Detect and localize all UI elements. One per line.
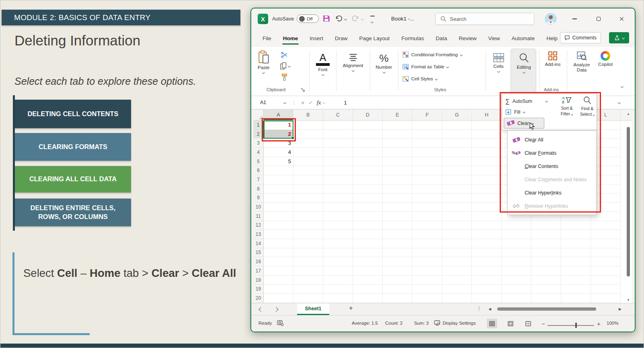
cell-E12[interactable] — [383, 221, 412, 230]
cell-B6[interactable] — [293, 166, 323, 175]
cell-C15[interactable] — [323, 248, 353, 258]
close-button[interactable] — [617, 14, 627, 24]
horizontal-scroll-thumb[interactable] — [497, 307, 596, 311]
cell-K17[interactable] — [561, 266, 591, 276]
status-count[interactable]: Count: 2 — [385, 321, 402, 325]
cell-H17[interactable] — [472, 266, 502, 276]
cell-D13[interactable] — [353, 230, 383, 239]
ribbon-tab-home[interactable]: Home — [282, 34, 299, 43]
name-box[interactable]: A1 — [257, 97, 289, 108]
cell-E4[interactable] — [383, 148, 412, 157]
cell-C19[interactable] — [323, 285, 353, 294]
accessibility-icon[interactable] — [277, 320, 283, 327]
format-painter-button[interactable] — [281, 74, 288, 81]
cell-E3[interactable] — [383, 139, 412, 148]
cell-L12[interactable] — [591, 221, 621, 230]
cell-E5[interactable] — [383, 157, 412, 166]
display-settings-label[interactable]: Display Settings — [443, 321, 476, 325]
maximize-button[interactable] — [594, 14, 603, 24]
row-header-17[interactable]: 17 — [253, 266, 264, 276]
cell-A18[interactable] — [264, 276, 293, 285]
cell-E17[interactable] — [383, 266, 412, 276]
cell-B14[interactable] — [293, 239, 323, 248]
zoom-in-icon[interactable]: + — [597, 320, 601, 327]
ribbon-tab-data[interactable]: Data — [435, 34, 448, 43]
status-average[interactable]: Average: 1.5 — [352, 321, 378, 325]
cell-L19[interactable] — [591, 285, 621, 294]
search-input[interactable]: Search — [435, 13, 534, 25]
cell-A8[interactable] — [264, 184, 293, 194]
ribbon-tab-help[interactable]: Help — [546, 34, 558, 43]
cell-G18[interactable] — [442, 276, 472, 285]
ribbon-tab-draw[interactable]: Draw — [334, 34, 349, 43]
cell-F2[interactable] — [412, 130, 442, 139]
row-header-4[interactable]: 4 — [253, 148, 264, 157]
cell-K14[interactable] — [561, 239, 591, 248]
next-sheet-icon[interactable] — [274, 307, 278, 311]
cell-J17[interactable] — [531, 266, 561, 276]
scroll-down-icon[interactable]: ▼ — [627, 298, 630, 302]
cell-G9[interactable] — [442, 194, 472, 203]
cell-E16[interactable] — [383, 257, 412, 266]
cell-F11[interactable] — [412, 212, 442, 221]
cell-G5[interactable] — [442, 157, 472, 166]
cell-G1[interactable] — [442, 121, 472, 130]
copy-button[interactable] — [280, 62, 290, 70]
cell-G12[interactable] — [442, 221, 472, 230]
nav-tab-3[interactable]: CLEARING ALL CELL DATA — [15, 166, 131, 192]
cell-E2[interactable] — [383, 130, 412, 139]
cell-F8[interactable] — [412, 184, 442, 194]
cell-I15[interactable] — [502, 248, 531, 258]
cell-E13[interactable] — [383, 230, 412, 239]
cell-B12[interactable] — [293, 221, 323, 230]
cell-A15[interactable] — [264, 248, 293, 258]
cell-I18[interactable] — [502, 276, 531, 285]
font-group-button[interactable]: A Font — [313, 53, 332, 76]
editing-group-button[interactable]: Editing — [513, 53, 535, 73]
cell-G15[interactable] — [442, 248, 472, 258]
row-header-9[interactable]: 9 — [253, 194, 264, 203]
cell-A13[interactable] — [264, 230, 293, 239]
cell-E14[interactable] — [383, 239, 412, 248]
cell-B13[interactable] — [293, 230, 323, 239]
ribbon-tab-review[interactable]: Review — [458, 34, 477, 43]
cell-D11[interactable] — [353, 212, 383, 221]
copilot-button[interactable]: Copilot — [595, 51, 615, 67]
cell-C8[interactable] — [323, 184, 353, 194]
cell-D12[interactable] — [353, 221, 383, 230]
cell-B15[interactable] — [293, 248, 323, 258]
cell-K18[interactable] — [561, 276, 591, 285]
cells-group-button[interactable]: Cells — [488, 53, 509, 72]
row-header-18[interactable]: 18 — [253, 276, 264, 285]
cell-L18[interactable] — [591, 276, 621, 285]
number-group-button[interactable]: % Number — [373, 53, 395, 73]
cell-A11[interactable] — [264, 212, 293, 221]
zoom-level[interactable]: 100% — [607, 321, 618, 325]
cell-D5[interactable] — [353, 157, 383, 166]
cell-J20[interactable] — [531, 294, 561, 303]
cell-G4[interactable] — [442, 148, 472, 157]
cell-D7[interactable] — [353, 175, 383, 184]
cell-E18[interactable] — [383, 276, 412, 285]
cell-A7[interactable] — [264, 175, 293, 184]
format-as-table-button[interactable]: Format as Table — [402, 63, 449, 70]
cut-button[interactable] — [281, 52, 288, 58]
cell-G13[interactable] — [442, 230, 472, 239]
cell-B7[interactable] — [293, 175, 323, 184]
paste-button[interactable]: Paste — [258, 50, 269, 74]
cell-B5[interactable] — [293, 157, 323, 166]
cell-D14[interactable] — [353, 239, 383, 248]
cell-D4[interactable] — [353, 148, 383, 157]
sheetbar-options-icon[interactable]: ⋮ — [476, 305, 482, 311]
cell-E20[interactable] — [383, 294, 412, 303]
cell-B18[interactable] — [293, 276, 323, 285]
row-header-5[interactable]: 5 — [253, 157, 264, 166]
cell-A10[interactable] — [264, 203, 293, 212]
scroll-right-icon[interactable]: ▶ — [619, 307, 621, 311]
cell-I13[interactable] — [502, 230, 531, 239]
cell-B16[interactable] — [293, 257, 323, 266]
expand-formula-bar-icon[interactable] — [618, 101, 621, 104]
cell-B20[interactable] — [293, 294, 323, 303]
cell-F6[interactable] — [412, 166, 442, 175]
cell-F3[interactable] — [412, 139, 442, 148]
